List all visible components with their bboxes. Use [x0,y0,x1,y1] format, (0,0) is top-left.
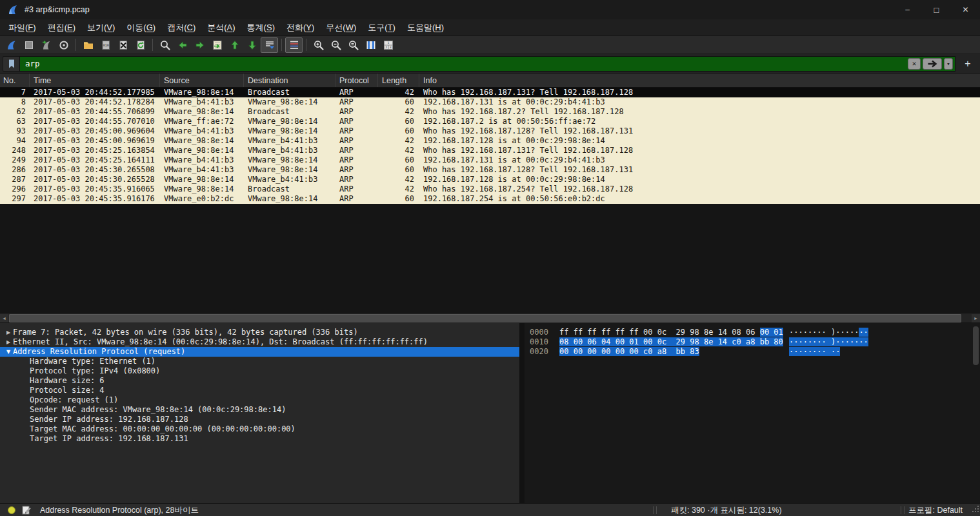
expander-arrow-icon[interactable]: ▼ [4,347,13,357]
packet-row[interactable]: 94 2017-05-03 20:45:00.969619 VMware_98:… [0,136,980,146]
detail-line[interactable]: Protocol type: IPv4 (0x0800) [0,366,519,376]
horizontal-scrollbar[interactable]: ◄ ► [0,313,980,323]
start-capture-button[interactable] [3,37,20,53]
auto-scroll-button[interactable] [261,37,278,53]
packet-row[interactable]: 297 2017-05-03 20:45:35.916176 VMware_e0… [0,194,980,204]
expander-arrow-icon[interactable]: ▶ [4,328,13,337]
packet-row[interactable]: 63 2017-05-03 20:44:55.707010 VMware_ff:… [0,117,980,126]
detail-line[interactable]: Protocol size: 4 [0,386,519,395]
packet-row[interactable]: 7 2017-05-03 20:44:52.177985 VMware_98:8… [0,88,980,97]
filter-bookmark-button[interactable] [3,56,19,72]
minimize-button[interactable]: – [893,0,922,19]
filter-clear-button[interactable]: ✕ [908,58,921,70]
zoom-in-button[interactable] [310,37,327,53]
detail-line[interactable]: ▶Ethernet II, Src: VMware_98:8e:14 (00:0… [0,337,519,347]
menu-item[interactable]: 보기(V) [81,21,121,35]
menu-item[interactable]: 캡처(C) [161,21,201,35]
menu-item[interactable]: 전화(Y) [281,21,320,35]
detail-line[interactable]: Target IP address: 192.168.187.131 [0,434,519,444]
stop-capture-button[interactable] [20,37,37,53]
menu-item[interactable]: 이동(G) [121,21,161,35]
first-packet-button[interactable] [226,37,243,53]
filter-apply-button[interactable] [923,58,942,70]
filter-input[interactable]: arp ✕ ▾ [19,56,955,72]
detail-line[interactable]: Opcode: request (1) [0,395,519,405]
menu-item[interactable]: 편집(E) [42,21,81,35]
hex-row[interactable]: 001008 00 06 04 00 01 00 0c 29 98 8e 14 … [525,337,980,347]
column-header-destination[interactable]: Destination [244,74,335,87]
cell-destination: VMware_98:8e:14 [244,117,335,126]
capture-options-button[interactable] [55,37,72,53]
column-header-no[interactable]: No. [0,74,30,87]
filter-add-button[interactable]: + [959,56,976,72]
restart-capture-button[interactable] [37,37,55,53]
pane-divider[interactable] [519,323,525,503]
cell-info: Who has 192.168.187.131? Tell 192.168.18… [419,146,980,155]
detail-text: Address Resolution Protocol (request) [13,347,185,357]
column-header-time[interactable]: Time [30,74,160,87]
detail-line[interactable]: ▼Address Resolution Protocol (request) [0,347,519,357]
menu-item[interactable]: 통계(S) [241,21,281,35]
resize-grip[interactable] [971,505,979,515]
cell-protocol: ARP [335,117,378,126]
menu-item[interactable]: 도구(T) [362,21,401,35]
packet-row[interactable]: 248 2017-05-03 20:45:25.163854 VMware_98… [0,146,980,155]
expander-arrow-icon[interactable]: ▶ [4,337,13,347]
detail-line[interactable]: Sender MAC address: VMware_98:8e:14 (00:… [0,405,519,415]
close-button[interactable]: ✕ [951,0,980,19]
detail-line[interactable]: ▶Frame 7: Packet, 42 bytes on wire (336 … [0,328,519,337]
packet-row[interactable]: 62 2017-05-03 20:44:55.706899 VMware_98:… [0,107,980,117]
maximize-button[interactable]: □ [922,0,951,19]
column-header-source[interactable]: Source [160,74,244,87]
open-file-button[interactable] [79,37,97,53]
packet-row[interactable]: 249 2017-05-03 20:45:25.164111 VMware_b4… [0,155,980,165]
detail-text: Ethernet II, Src: VMware_98:8e:14 (00:0c… [13,337,428,347]
close-file-button[interactable] [114,37,132,53]
colorize-button[interactable] [285,37,303,53]
menu-item[interactable]: 분석(A) [201,21,241,35]
menu-item[interactable]: 도움말(H) [401,21,450,35]
packet-row[interactable]: 8 2017-05-03 20:44:52.178284 VMware_b4:4… [0,97,980,107]
capture-comment-icon[interactable] [22,506,31,516]
packet-row[interactable]: 93 2017-05-03 20:45:00.969604 VMware_b4:… [0,126,980,136]
scrollbar-thumb[interactable] [9,314,961,322]
column-header-info[interactable]: Info [419,74,980,87]
scroll-right-button[interactable]: ► [972,314,980,322]
last-packet-button[interactable] [243,37,261,53]
resize-columns-button[interactable] [362,37,379,53]
packet-row[interactable]: 296 2017-05-03 20:45:35.916065 VMware_98… [0,184,980,194]
detail-line[interactable]: Sender IP address: 192.168.187.128 [0,415,519,424]
detail-line[interactable]: Hardware type: Ethernet (1) [0,357,519,366]
save-file-button[interactable]: 010 [97,37,114,53]
filter-apply-dropdown[interactable]: ▾ [944,58,953,70]
cell-length: 42 [378,184,419,194]
hex-row[interactable]: 0000ff ff ff ff ff ff 00 0c 29 98 8e 14 … [525,328,980,337]
find-packet-button[interactable] [156,37,174,53]
zoom-original-button[interactable] [345,37,362,53]
previous-packet-button[interactable] [174,37,191,53]
bookmark-icon [7,59,16,69]
detail-line[interactable]: Hardware size: 6 [0,376,519,386]
column-header-length[interactable]: Length [378,74,419,87]
next-packet-button[interactable] [191,37,208,53]
column-header-protocol[interactable]: Protocol [335,74,378,87]
window-title: #3 arp&icmp.pcap [25,5,90,14]
scroll-left-button[interactable]: ◄ [0,314,8,322]
titlebar: #3 arp&icmp.pcap – □ ✕ [0,0,980,19]
expert-info-icon[interactable] [8,506,15,514]
menu-item[interactable]: 무선(W) [320,21,362,35]
zoom-out-button[interactable] [327,37,345,53]
status-profile[interactable]: 프로필: Default [908,505,963,516]
hex-vertical-scrollbar-thumb[interactable] [973,326,979,365]
cell-destination: VMware_b4:41:b3 [244,136,335,146]
arrow-left-icon [177,39,188,51]
detail-line[interactable]: Target MAC address: 00:00:00_00:00:00 (0… [0,424,519,434]
reload-file-button[interactable] [132,37,149,53]
packet-row[interactable]: 287 2017-05-03 20:45:30.265528 VMware_98… [0,175,980,184]
resize-columns-123-button[interactable]: 123 [379,37,397,53]
filter-bar: arp ✕ ▾ + [0,54,980,74]
hex-row[interactable]: 002000 00 00 00 00 00 c0 a8 bb 83·······… [525,347,980,357]
menu-item[interactable]: 파일(F) [3,21,42,35]
packet-row[interactable]: 286 2017-05-03 20:45:30.265508 VMware_b4… [0,165,980,175]
go-to-packet-button[interactable] [208,37,226,53]
